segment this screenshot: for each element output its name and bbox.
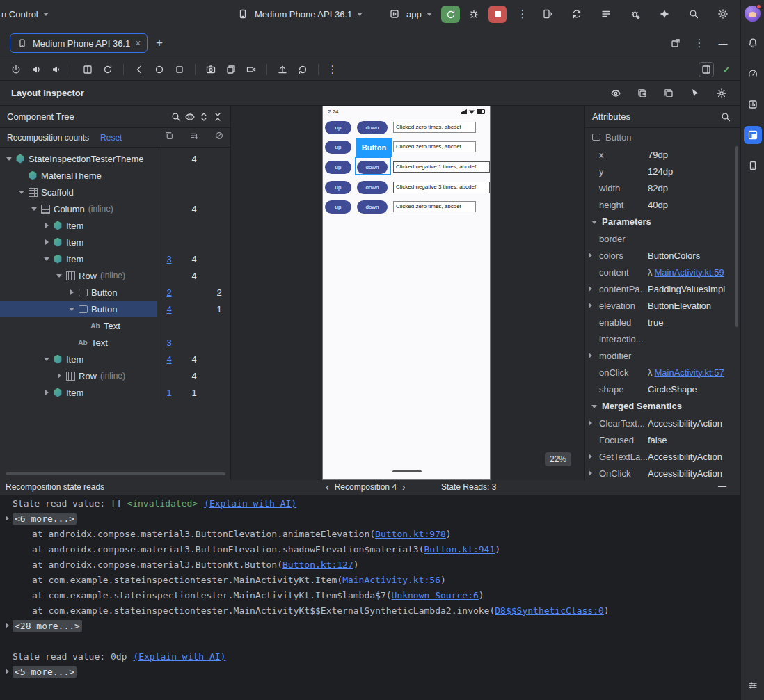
attr-row-interaction[interactable]: interactio... xyxy=(585,331,740,347)
device-streaming-icon[interactable] xyxy=(540,6,555,22)
chevron-down-icon[interactable] xyxy=(18,189,25,196)
chevron-down-icon[interactable] xyxy=(31,205,38,212)
source-link[interactable]: MainActivity.kt:57 xyxy=(655,367,724,378)
expander-icon[interactable] xyxy=(589,420,592,426)
attr-row-modifier[interactable]: modifier xyxy=(585,347,740,364)
settings-gear-icon[interactable] xyxy=(715,6,731,22)
tab-medium-phone[interactable]: Medium Phone API 36.1 × xyxy=(10,33,148,53)
search-icon[interactable] xyxy=(169,110,183,124)
up-button[interactable]: up xyxy=(325,181,351,194)
close-icon[interactable]: × xyxy=(135,38,141,48)
snapshot-copy-icon[interactable] xyxy=(635,86,650,101)
search-icon[interactable] xyxy=(718,109,733,125)
attr-row-border[interactable]: border xyxy=(585,230,740,247)
click-count-field[interactable]: Clicked negative 3 times, abcdef xyxy=(393,182,490,193)
attr-row-x[interactable]: x79dp xyxy=(585,146,740,163)
fold-device-icon[interactable] xyxy=(80,62,95,77)
prev-recomposition-icon[interactable]: ‹ xyxy=(326,482,329,492)
adjustments-sliders-icon[interactable] xyxy=(744,676,762,694)
tree-row-text[interactable]: Ab Text 3 xyxy=(0,334,230,351)
rotate-device-icon[interactable] xyxy=(100,62,116,77)
stop-button[interactable] xyxy=(488,6,507,23)
screenshot-icon[interactable] xyxy=(203,62,218,77)
skip-count-column-icon[interactable] xyxy=(207,131,231,141)
app-insights-icon[interactable] xyxy=(744,95,762,113)
expander-icon[interactable] xyxy=(589,353,592,358)
home-icon[interactable] xyxy=(152,62,167,77)
chevron-down-icon[interactable] xyxy=(6,155,13,162)
up-button[interactable]: up xyxy=(325,161,351,174)
ai-debug-icon[interactable] xyxy=(628,6,643,22)
kebab-menu-icon[interactable]: ⋮ xyxy=(693,37,706,49)
attr-row-cleartext[interactable]: ClearText...AccessibilityAction xyxy=(585,415,740,431)
chevron-right-icon[interactable] xyxy=(43,239,50,246)
tree-row-button-selected[interactable]: Button 4 1 xyxy=(0,301,230,317)
chevron-down-icon[interactable] xyxy=(56,272,63,279)
visibility-eye-icon[interactable] xyxy=(183,110,197,124)
chevron-down-icon[interactable] xyxy=(68,305,75,312)
run-button[interactable] xyxy=(441,6,460,23)
recomposition-count-link[interactable]: 1 xyxy=(166,388,171,398)
down-button[interactable]: down xyxy=(357,181,388,194)
attr-row-y[interactable]: y124dp xyxy=(585,163,740,180)
up-button[interactable]: up xyxy=(325,200,351,214)
back-icon[interactable] xyxy=(132,62,147,77)
tree-row-button[interactable]: Button 2 2 xyxy=(0,284,230,301)
click-count-field[interactable]: Clicked zero times, abcdef xyxy=(393,201,476,213)
child-count-column-icon[interactable] xyxy=(182,131,207,141)
chevron-right-icon[interactable] xyxy=(68,289,75,296)
overview-icon[interactable] xyxy=(172,62,187,77)
tree-row-item[interactable]: Item 3 4 xyxy=(0,250,230,267)
attr-row-gettextlayout[interactable]: GetTextLa...AccessibilityAction xyxy=(585,448,740,465)
chevron-right-icon[interactable] xyxy=(43,389,50,396)
user-avatar[interactable] xyxy=(745,6,761,22)
device-screen[interactable]: 2:24 up down Clicked zero times, abcdef … xyxy=(322,106,491,480)
merged-semantics-section-header[interactable]: Merged Semantics xyxy=(585,397,740,415)
new-tab-button[interactable]: + xyxy=(156,36,163,50)
tree-row-theme[interactable]: StateInspectionTesterTheme 4 xyxy=(0,150,230,167)
inspector-settings-gear-icon[interactable] xyxy=(714,86,729,101)
chevron-right-icon[interactable] xyxy=(56,372,63,379)
upload-share-icon[interactable] xyxy=(275,62,290,77)
live-updates-eye-icon[interactable] xyxy=(608,86,623,101)
attr-row-content[interactable]: contentλMainActivity.kt:59 xyxy=(585,264,740,280)
recomposition-count-link[interactable]: 3 xyxy=(166,254,171,264)
recomposition-count-column-icon[interactable] xyxy=(157,131,182,141)
source-link[interactable]: Button.kt:941 xyxy=(424,544,495,555)
expander-icon[interactable] xyxy=(589,303,592,308)
attr-row-colors[interactable]: colorsButtonColors xyxy=(585,247,740,264)
attr-row-height[interactable]: height40dp xyxy=(585,196,740,213)
reset-counts-link[interactable]: Reset xyxy=(100,133,122,143)
tree-row-item[interactable]: Item 1 1 xyxy=(0,384,230,401)
toggle-panel-icon[interactable] xyxy=(699,62,714,77)
source-link[interactable]: D8$$SyntheticClass:0 xyxy=(495,605,604,616)
recomposition-count-link[interactable]: 3 xyxy=(166,337,171,348)
tree-row-item[interactable]: Item xyxy=(0,217,230,234)
notifications-bell-icon[interactable] xyxy=(744,34,762,52)
multi-display-icon[interactable] xyxy=(223,62,239,77)
record-video-icon[interactable] xyxy=(244,62,259,77)
expand-icon[interactable] xyxy=(6,516,9,521)
recomposition-count-link[interactable]: 4 xyxy=(166,304,171,315)
chevron-down-icon[interactable] xyxy=(43,255,50,262)
running-devices-icon[interactable] xyxy=(744,157,762,175)
todo-list-icon[interactable] xyxy=(598,6,614,22)
device-selector[interactable]: Medium Phone API 36.1 xyxy=(235,0,363,28)
tree-row-column[interactable]: Column (inline) 4 xyxy=(0,200,230,217)
more-frames-chip[interactable]: <6 more...> xyxy=(13,513,77,525)
attr-row-contentpadding[interactable]: contentPa...PaddingValuesImpl xyxy=(585,280,740,297)
click-count-field[interactable]: Clicked negative 1 times, abcdef xyxy=(393,161,490,173)
tree-row-row[interactable]: Row (inline) 4 xyxy=(0,367,230,384)
source-link[interactable]: Button.kt:978 xyxy=(375,529,446,539)
pick-element-icon[interactable] xyxy=(687,86,703,101)
recomposition-count-link[interactable]: 2 xyxy=(166,287,171,298)
more-frames-chip[interactable]: <5 more...> xyxy=(13,666,77,678)
attr-row-onclick[interactable]: onClickλMainActivity.kt:57 xyxy=(585,364,740,381)
layout-inspector-tool-icon[interactable] xyxy=(744,126,762,144)
expander-icon[interactable] xyxy=(589,470,592,476)
sync-project-icon[interactable] xyxy=(569,6,584,22)
down-button[interactable]: down xyxy=(357,121,388,134)
chevron-down-icon[interactable] xyxy=(43,356,50,363)
attr-row-shape[interactable]: shapeCircleShape xyxy=(585,381,740,397)
source-link[interactable]: Button.kt:127 xyxy=(282,559,353,570)
